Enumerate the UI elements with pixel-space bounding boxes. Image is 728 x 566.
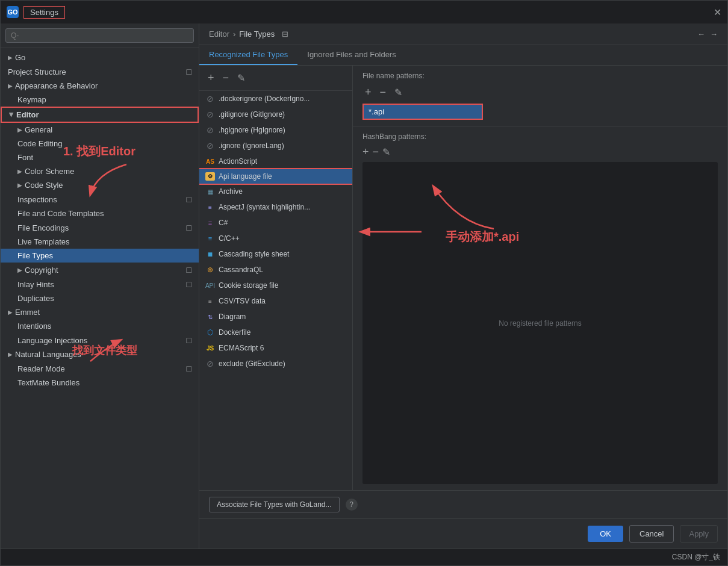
bookmark-icon: ⊟ xyxy=(282,30,288,39)
cassandraql-icon: ⊛ xyxy=(205,265,215,275)
search-input[interactable] xyxy=(5,28,194,43)
sidebar-item-code-editing[interactable]: Code Editing xyxy=(1,137,199,151)
dockerfile-icon: ⬡ xyxy=(205,328,215,337)
add-file-type-button[interactable]: + xyxy=(205,70,217,86)
right-panel: Editor › File Types ⊟ ← → Recognized Fil… xyxy=(199,23,727,549)
sidebar-item-keymap[interactable]: Keymap xyxy=(1,93,199,107)
sidebar-item-copyright[interactable]: ▶ Copyright □ xyxy=(1,263,199,277)
sidebar-item-reader-mode[interactable]: Reader Mode □ xyxy=(1,361,199,376)
api-icon: ⚙ xyxy=(205,172,215,181)
aspectj-icon: ≡ xyxy=(205,202,215,212)
file-list-item-hgignore[interactable]: ⊘ .hgignore (HgIgnore) xyxy=(199,122,352,138)
sidebar-item-textmate[interactable]: TextMate Bundles xyxy=(1,376,199,390)
sidebar-item-color-scheme[interactable]: ▶ Color Scheme xyxy=(1,164,199,178)
dockerignore-icon: ⊘ xyxy=(205,94,215,104)
file-list-item-csharp[interactable]: ≡ C# xyxy=(199,215,352,231)
close-button[interactable]: ✕ xyxy=(714,7,721,18)
sidebar-item-language-injections[interactable]: Language Injections □ xyxy=(1,333,199,347)
sidebar-item-file-encodings[interactable]: File Encodings □ xyxy=(1,220,199,235)
edit-hashbang-button[interactable]: ✎ xyxy=(382,146,390,158)
edit-file-type-button[interactable]: ✎ xyxy=(235,71,247,85)
sidebar-item-inspections[interactable]: Inspections □ xyxy=(1,192,199,207)
sidebar-item-intentions[interactable]: Intentions xyxy=(1,319,199,333)
file-list-item-aspectj[interactable]: ≡ AspectJ (syntax highlightin... xyxy=(199,199,352,215)
file-list-item-ignore[interactable]: ⊘ .ignore (IgnoreLang) xyxy=(199,138,352,154)
archive-icon: ▦ xyxy=(205,187,215,196)
sidebar-item-emmet[interactable]: ▶ Emmet xyxy=(1,305,199,319)
file-list-item-cassandraql[interactable]: ⊛ CassandraQL xyxy=(199,262,352,278)
status-bar: CSDN @寸_铁 xyxy=(1,549,727,565)
editor-arrow-icon: ▶ xyxy=(8,113,15,117)
cancel-button[interactable]: Cancel xyxy=(629,525,674,543)
tab-recognized[interactable]: Recognized File Types xyxy=(199,45,297,65)
hashbang-toolbar: + − ✎ xyxy=(362,146,718,158)
go-arrow-icon: ▶ xyxy=(8,54,13,61)
sidebar-item-inlay-hints[interactable]: Inlay Hints □ xyxy=(1,277,199,291)
copyright-arrow-icon: ▶ xyxy=(17,267,22,273)
file-list-item-diagram[interactable]: ⇅ Diagram xyxy=(199,309,352,325)
cpp-icon: ≡ xyxy=(205,234,215,243)
status-bar-text: CSDN @寸_铁 xyxy=(672,552,720,562)
file-name-csv: CSV/TSV data xyxy=(219,297,266,305)
file-list-item-gitignore[interactable]: ⊘ .gitignore (GitIgnore) xyxy=(199,107,352,122)
back-arrow-icon[interactable]: ← xyxy=(697,30,705,39)
file-list-item-cpp[interactable]: ≡ C/C++ xyxy=(199,231,352,246)
file-name-cassandraql: CassandraQL xyxy=(219,266,263,274)
sidebar-item-file-templates[interactable]: File and Code Templates xyxy=(1,207,199,220)
file-list-item-dockerignore[interactable]: ⊘ .dockerignore (DockerIgno... xyxy=(199,91,352,107)
sidebar-item-natural-languages[interactable]: ▶ Natural Languages xyxy=(1,347,199,361)
right-side-patterns: File name patterns: + − ✎ *.api H xyxy=(353,66,727,490)
file-list-item-actionscript[interactable]: AS ActionScript xyxy=(199,154,352,169)
file-name-css: Cascading style sheet xyxy=(219,250,289,258)
exclude-icon: ⊘ xyxy=(205,359,215,369)
forward-arrow-icon[interactable]: → xyxy=(710,30,718,39)
sidebar-item-duplicates[interactable]: Duplicates xyxy=(1,291,199,305)
edit-pattern-button[interactable]: ✎ xyxy=(392,85,405,100)
actionscript-icon: AS xyxy=(205,157,215,166)
nav-arrows: ← → xyxy=(697,30,718,39)
sidebar-item-file-types[interactable]: File Types xyxy=(1,249,199,263)
file-list-item-css[interactable]: ■ Cascading style sheet xyxy=(199,246,352,262)
sidebar-item-project-structure[interactable]: Project Structure □ xyxy=(1,64,199,79)
breadcrumb-current: File Types xyxy=(239,30,275,39)
natural-arrow-icon: ▶ xyxy=(8,351,13,358)
apply-button[interactable]: Apply xyxy=(680,525,718,543)
sidebar-item-font[interactable]: Font xyxy=(1,151,199,164)
file-list-item-cookie[interactable]: API Cookie storage file xyxy=(199,278,352,293)
file-name-hgignore: .hgignore (HgIgnore) xyxy=(219,126,285,134)
file-name-aspectj: AspectJ (syntax highlightin... xyxy=(219,203,310,211)
tabs-row: Recognized File Types Ignored Files and … xyxy=(199,45,727,66)
sidebar-item-code-style[interactable]: ▶ Code Style xyxy=(1,178,199,192)
associate-button[interactable]: Associate File Types with GoLand... xyxy=(209,497,340,512)
file-list-item-ecmascript[interactable]: JS ECMAScript 6 xyxy=(199,340,352,356)
sidebar-item-go[interactable]: ▶ Go xyxy=(1,51,199,64)
remove-pattern-button[interactable]: − xyxy=(378,85,389,100)
file-name-ecmascript: ECMAScript 6 xyxy=(219,344,264,352)
file-list-item-api[interactable]: ⚙ Api language file xyxy=(199,169,352,184)
help-icon[interactable]: ? xyxy=(346,499,358,511)
ok-button[interactable]: OK xyxy=(588,526,623,542)
hashbang-patterns-section: HashBang patterns: + − ✎ No registered f… xyxy=(353,126,727,490)
file-name-diagram: Diagram xyxy=(219,313,246,321)
ignore-icon: ⊘ xyxy=(205,141,215,151)
window-title: Settings xyxy=(23,6,65,19)
file-name-patterns-title: File name patterns: xyxy=(362,72,718,80)
sidebar-nav: ▶ Go Project Structure □ ▶ Appearance & … xyxy=(1,48,199,549)
sidebar-item-live-templates[interactable]: Live Templates xyxy=(1,235,199,249)
tab-ignored[interactable]: Ignored Files and Folders xyxy=(297,45,405,65)
remove-hashbang-button[interactable]: − xyxy=(373,146,379,158)
sidebar-item-editor[interactable]: ▶ Editor xyxy=(1,107,199,123)
file-list-item-archive[interactable]: ▦ Archive xyxy=(199,184,352,199)
file-list-item-exclude[interactable]: ⊘ exclude (GitExclude) xyxy=(199,356,352,372)
patterns-toolbar: + − ✎ xyxy=(362,85,718,100)
csv-icon: ≡ xyxy=(205,296,215,306)
add-hashbang-button[interactable]: + xyxy=(362,146,369,158)
title-bar: GO Settings ✕ xyxy=(1,1,727,23)
add-pattern-button[interactable]: + xyxy=(362,85,374,100)
file-list-item-dockerfile[interactable]: ⬡ Dockerfile xyxy=(199,325,352,340)
sidebar-item-general[interactable]: ▶ General xyxy=(1,123,199,137)
remove-file-type-button[interactable]: − xyxy=(220,70,232,86)
sidebar-item-appearance[interactable]: ▶ Appearance & Behavior xyxy=(1,79,199,93)
file-list-item-csv[interactable]: ≡ CSV/TSV data xyxy=(199,293,352,309)
color-scheme-arrow-icon: ▶ xyxy=(17,168,22,175)
